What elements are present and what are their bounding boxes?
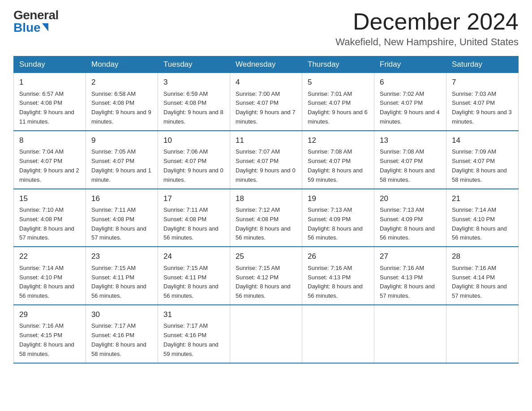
day-info: Sunrise: 7:10 AMSunset: 4:08 PMDaylight:… — [19, 206, 74, 241]
day-number: 10 — [163, 135, 224, 146]
day-number: 23 — [91, 251, 152, 262]
calendar-cell — [230, 305, 302, 363]
weekday-header: Tuesday — [158, 56, 230, 73]
day-info: Sunrise: 7:05 AMSunset: 4:07 PMDaylight:… — [91, 148, 151, 183]
day-number: 24 — [163, 251, 224, 262]
calendar-week-row: 29Sunrise: 7:16 AMSunset: 4:15 PMDayligh… — [14, 305, 519, 363]
day-number: 19 — [308, 193, 369, 205]
day-number: 20 — [380, 193, 441, 205]
day-number: 13 — [380, 135, 441, 146]
calendar-cell: 18Sunrise: 7:12 AMSunset: 4:08 PMDayligh… — [230, 189, 302, 247]
calendar-cell — [302, 305, 374, 363]
day-number: 21 — [452, 193, 513, 205]
weekday-header: Sunday — [14, 56, 86, 73]
calendar-cell: 2Sunrise: 6:58 AMSunset: 4:08 PMDaylight… — [86, 73, 158, 131]
day-number: 26 — [308, 251, 369, 262]
day-info: Sunrise: 7:15 AMSunset: 4:11 PMDaylight:… — [163, 265, 219, 299]
day-number: 14 — [452, 135, 513, 146]
day-number: 2 — [91, 77, 152, 88]
day-info: Sunrise: 7:09 AMSunset: 4:07 PMDaylight:… — [452, 148, 507, 183]
day-info: Sunrise: 7:13 AMSunset: 4:09 PMDaylight:… — [308, 206, 363, 241]
day-number: 1 — [19, 77, 80, 88]
logo: General Blue — [13, 9, 59, 34]
calendar-week-row: 15Sunrise: 7:10 AMSunset: 4:08 PMDayligh… — [14, 189, 519, 247]
calendar-week-row: 22Sunrise: 7:14 AMSunset: 4:10 PMDayligh… — [14, 247, 519, 305]
day-info: Sunrise: 6:59 AMSunset: 4:08 PMDaylight:… — [163, 90, 223, 125]
calendar-cell: 29Sunrise: 7:16 AMSunset: 4:15 PMDayligh… — [14, 305, 86, 363]
day-number: 8 — [19, 135, 80, 146]
page-header: General Blue December 2024 Wakefield, Ne… — [13, 9, 519, 48]
day-number: 9 — [91, 135, 152, 146]
calendar-cell: 3Sunrise: 6:59 AMSunset: 4:08 PMDaylight… — [158, 73, 230, 131]
day-info: Sunrise: 7:07 AMSunset: 4:07 PMDaylight:… — [236, 148, 296, 183]
logo-general-text: General — [13, 9, 59, 21]
calendar-cell: 14Sunrise: 7:09 AMSunset: 4:07 PMDayligh… — [446, 131, 519, 189]
calendar-cell: 24Sunrise: 7:15 AMSunset: 4:11 PMDayligh… — [158, 247, 230, 305]
day-info: Sunrise: 7:16 AMSunset: 4:13 PMDaylight:… — [380, 265, 435, 299]
calendar-cell: 17Sunrise: 7:11 AMSunset: 4:08 PMDayligh… — [158, 189, 230, 247]
day-number: 27 — [380, 251, 441, 262]
day-info: Sunrise: 7:06 AMSunset: 4:07 PMDaylight:… — [163, 148, 223, 183]
calendar-cell: 21Sunrise: 7:14 AMSunset: 4:10 PMDayligh… — [446, 189, 519, 247]
calendar-week-row: 1Sunrise: 6:57 AMSunset: 4:08 PMDaylight… — [14, 73, 519, 131]
day-info: Sunrise: 7:03 AMSunset: 4:07 PMDaylight:… — [452, 90, 512, 125]
calendar-cell: 23Sunrise: 7:15 AMSunset: 4:11 PMDayligh… — [86, 247, 158, 305]
weekday-header: Thursday — [302, 56, 374, 73]
calendar-cell: 13Sunrise: 7:08 AMSunset: 4:07 PMDayligh… — [374, 131, 446, 189]
calendar-cell: 6Sunrise: 7:02 AMSunset: 4:07 PMDaylight… — [374, 73, 446, 131]
calendar-cell: 16Sunrise: 7:11 AMSunset: 4:08 PMDayligh… — [86, 189, 158, 247]
title-block: December 2024 Wakefield, New Hampshire, … — [335, 9, 519, 48]
location-title: Wakefield, New Hampshire, United States — [335, 36, 519, 48]
day-number: 25 — [236, 251, 296, 262]
day-number: 29 — [19, 309, 80, 321]
day-number: 17 — [163, 193, 224, 205]
calendar-cell: 30Sunrise: 7:17 AMSunset: 4:16 PMDayligh… — [86, 305, 158, 363]
day-info: Sunrise: 7:13 AMSunset: 4:09 PMDaylight:… — [380, 206, 435, 241]
day-info: Sunrise: 7:08 AMSunset: 4:07 PMDaylight:… — [380, 148, 435, 183]
weekday-header: Wednesday — [230, 56, 302, 73]
day-info: Sunrise: 7:12 AMSunset: 4:08 PMDaylight:… — [236, 206, 291, 241]
calendar-cell: 1Sunrise: 6:57 AMSunset: 4:08 PMDaylight… — [14, 73, 86, 131]
day-info: Sunrise: 7:01 AMSunset: 4:07 PMDaylight:… — [308, 90, 368, 125]
day-info: Sunrise: 6:58 AMSunset: 4:08 PMDaylight:… — [91, 90, 151, 125]
day-number: 7 — [452, 77, 513, 88]
day-info: Sunrise: 7:11 AMSunset: 4:08 PMDaylight:… — [163, 206, 219, 241]
day-number: 18 — [236, 193, 296, 205]
calendar-header-row: SundayMondayTuesdayWednesdayThursdayFrid… — [14, 56, 519, 73]
day-info: Sunrise: 7:17 AMSunset: 4:16 PMDaylight:… — [163, 322, 219, 357]
calendar-cell: 28Sunrise: 7:16 AMSunset: 4:14 PMDayligh… — [446, 247, 519, 305]
day-info: Sunrise: 7:11 AMSunset: 4:08 PMDaylight:… — [91, 206, 146, 241]
calendar-cell: 7Sunrise: 7:03 AMSunset: 4:07 PMDaylight… — [446, 73, 519, 131]
calendar-cell — [446, 305, 519, 363]
logo-blue-text: Blue — [13, 21, 59, 34]
day-info: Sunrise: 7:16 AMSunset: 4:15 PMDaylight:… — [19, 322, 74, 357]
calendar-week-row: 8Sunrise: 7:04 AMSunset: 4:07 PMDaylight… — [14, 131, 519, 189]
calendar-cell: 27Sunrise: 7:16 AMSunset: 4:13 PMDayligh… — [374, 247, 446, 305]
day-number: 22 — [19, 251, 80, 262]
calendar-cell: 4Sunrise: 7:00 AMSunset: 4:07 PMDaylight… — [230, 73, 302, 131]
day-number: 16 — [91, 193, 152, 205]
calendar-cell: 12Sunrise: 7:08 AMSunset: 4:07 PMDayligh… — [302, 131, 374, 189]
day-number: 4 — [236, 77, 296, 88]
logo-triangle-icon — [42, 23, 48, 31]
day-info: Sunrise: 7:16 AMSunset: 4:13 PMDaylight:… — [308, 265, 363, 299]
calendar-cell: 11Sunrise: 7:07 AMSunset: 4:07 PMDayligh… — [230, 131, 302, 189]
day-info: Sunrise: 7:00 AMSunset: 4:07 PMDaylight:… — [236, 90, 296, 125]
calendar-cell: 31Sunrise: 7:17 AMSunset: 4:16 PMDayligh… — [158, 305, 230, 363]
day-info: Sunrise: 7:08 AMSunset: 4:07 PMDaylight:… — [308, 148, 363, 183]
day-number: 3 — [163, 77, 224, 88]
calendar-cell: 15Sunrise: 7:10 AMSunset: 4:08 PMDayligh… — [14, 189, 86, 247]
day-number: 15 — [19, 193, 80, 205]
month-title: December 2024 — [335, 9, 519, 34]
day-number: 12 — [308, 135, 369, 146]
day-info: Sunrise: 7:17 AMSunset: 4:16 PMDaylight:… — [91, 322, 146, 357]
day-number: 6 — [380, 77, 441, 88]
day-info: Sunrise: 6:57 AMSunset: 4:08 PMDaylight:… — [19, 90, 74, 125]
day-number: 31 — [163, 309, 224, 321]
calendar-cell: 20Sunrise: 7:13 AMSunset: 4:09 PMDayligh… — [374, 189, 446, 247]
calendar-cell: 5Sunrise: 7:01 AMSunset: 4:07 PMDaylight… — [302, 73, 374, 131]
calendar-cell: 8Sunrise: 7:04 AMSunset: 4:07 PMDaylight… — [14, 131, 86, 189]
weekday-header: Monday — [86, 56, 158, 73]
calendar-cell: 9Sunrise: 7:05 AMSunset: 4:07 PMDaylight… — [86, 131, 158, 189]
day-info: Sunrise: 7:16 AMSunset: 4:14 PMDaylight:… — [452, 265, 507, 299]
